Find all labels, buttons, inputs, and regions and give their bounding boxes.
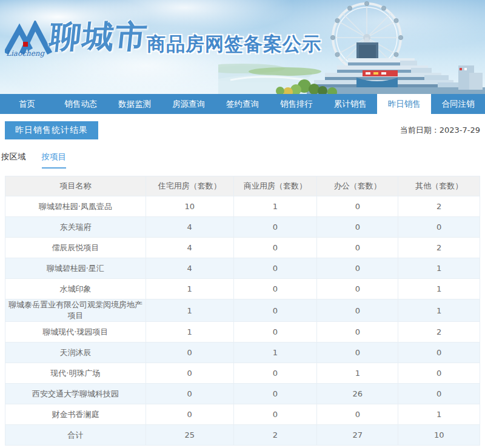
table-row: 东关瑞府4000 [5,217,480,238]
count-cell: 4 [146,217,233,238]
tab-by-region[interactable]: 按区域 [1,152,26,169]
count-cell: 2 [233,425,317,446]
count-cell: 1 [146,322,233,343]
count-cell: 1 [398,279,480,299]
count-cell: 0 [398,343,480,363]
table-row: 聊城碧桂园·凤凰壹品10102 [5,196,480,217]
current-date-label: 当前日期： [400,125,440,135]
count-cell: 1 [233,343,317,363]
count-cell: 0 [233,299,317,322]
table-row: 聊城泰岳置业有限公司观棠阅境房地产项目1001 [5,299,480,322]
nav-item-contract-cancel[interactable]: 合同注销 [431,94,485,114]
nav-item-signing-query[interactable]: 签约查询 [216,94,270,114]
project-name-cell: 天润沐辰 [5,343,146,363]
table-body: 聊城碧桂园·凤凰壹品10102东关瑞府4000儒辰辰悦项目4002聊城碧桂园·星… [5,196,480,446]
count-cell: 0 [317,196,398,217]
count-cell: 0 [233,217,317,238]
table-row: 财金书香澜庭0001 [5,404,480,425]
count-cell: 0 [398,217,480,238]
nav-item-listing-query[interactable]: 房源查询 [162,94,216,114]
table-row: 西安交通大学聊城科技园00260 [5,384,480,404]
nav-item-sales-activity[interactable]: 销售动态 [54,94,108,114]
count-cell: 0 [146,343,233,363]
count-cell: 1 [398,404,480,425]
count-cell: 0 [233,384,317,404]
count-cell: 0 [146,363,233,384]
project-name-cell: 聊城泰岳置业有限公司观棠阅境房地产项目 [5,299,146,322]
table-header-row: 项目名称住宅用房（套数）商业用房（套数）办公（套数）其他（套数） [5,176,480,196]
column-header: 商业用房（套数） [233,176,317,196]
count-cell: 25 [146,425,233,446]
column-header: 办公（套数） [317,176,398,196]
navbar: 首页销售动态数据监测房源查询签约查询销售排行累计销售昨日销售合同注销 [0,94,485,114]
count-cell: 0 [233,363,317,384]
nav-item-sales-ranking[interactable]: 销售排行 [269,94,323,114]
count-cell: 0 [398,363,480,384]
count-cell: 26 [317,384,398,404]
count-cell: 0 [317,299,398,322]
logo-script-text: Liaocheng [6,49,45,58]
table-row: 天润沐辰0100 [5,343,480,363]
project-name-cell: 现代·明珠广场 [5,363,146,384]
count-cell: 2 [398,196,480,217]
project-name-cell: 聊城碧桂园·凤凰壹品 [5,196,146,217]
count-cell: 1 [146,279,233,299]
count-cell: 1 [398,258,480,279]
count-cell: 0 [317,404,398,425]
liaocheng-logo-icon: Liaocheng [5,21,52,58]
project-name-cell: 财金书香澜庭 [5,404,146,425]
count-cell: 10 [398,425,480,446]
total-row: 合计2522710 [5,425,480,446]
sales-table: 项目名称住宅用房（套数）商业用房（套数）办公（套数）其他（套数） 聊城碧桂园·凤… [5,176,480,446]
tab-by-project[interactable]: 按项目 [42,152,67,169]
count-cell: 4 [146,258,233,279]
count-cell: 0 [317,343,398,363]
count-cell: 10 [146,196,233,217]
banner: Liaocheng 聊城市 商品房网签备案公示 [0,0,485,94]
count-cell: 0 [317,217,398,238]
project-name-cell: 儒辰辰悦项目 [5,238,146,258]
count-cell: 0 [317,279,398,299]
building-icon [307,42,485,94]
section-title-badge: 昨日销售统计结果 [5,121,98,139]
nav-item-home[interactable]: 首页 [0,94,54,114]
content: 昨日销售统计结果 当前日期：2023-7-29 按区域 按项目 项目名称住宅用房… [0,121,485,446]
table-row: 聊城现代·珑园项目1002 [5,322,480,343]
project-name-cell: 西安交通大学聊城科技园 [5,384,146,404]
count-cell: 1 [317,363,398,384]
count-cell: 0 [233,322,317,343]
count-cell: 0 [233,258,317,279]
count-cell: 0 [146,384,233,404]
nav-item-yesterday-sales[interactable]: 昨日销售 [377,94,431,114]
section-head: 昨日销售统计结果 当前日期：2023-7-29 [5,121,480,139]
project-name-cell: 聊城碧桂园·星汇 [5,258,146,279]
count-cell: 0 [317,258,398,279]
project-name-cell: 聊城现代·珑园项目 [5,322,146,343]
count-cell: 0 [146,404,233,425]
project-name-cell: 合计 [5,425,146,446]
project-name-cell: 水城印象 [5,279,146,299]
nav-item-data-monitor[interactable]: 数据监测 [108,94,162,114]
site-title: 商品房网签备案公示 [147,32,321,57]
count-cell: 0 [233,404,317,425]
brand-city-name: 聊城市 [47,16,150,58]
count-cell: 1 [398,299,480,322]
table-row: 现代·明珠广场0010 [5,363,480,384]
count-cell: 0 [317,322,398,343]
column-header: 其他（套数） [398,176,480,196]
nav-item-cumulative-sales[interactable]: 累计销售 [323,94,377,114]
logo-red-square [23,42,28,47]
count-cell: 0 [233,238,317,258]
column-header: 住宅用房（套数） [146,176,233,196]
current-date: 当前日期：2023-7-29 [400,125,480,136]
view-tabs: 按区域 按项目 [1,152,480,169]
table-row: 聊城碧桂园·星汇4001 [5,258,480,279]
count-cell: 1 [146,299,233,322]
page: Liaocheng 聊城市 商品房网签备案公示 首页销售动态数据监测房源查询签约… [0,0,485,448]
count-cell: 1 [233,196,317,217]
current-date-value: 2023-7-29 [440,125,480,135]
project-name-cell: 东关瑞府 [5,217,146,238]
table-row: 水城印象1001 [5,279,480,299]
count-cell: 2 [398,238,480,258]
count-cell: 4 [146,238,233,258]
